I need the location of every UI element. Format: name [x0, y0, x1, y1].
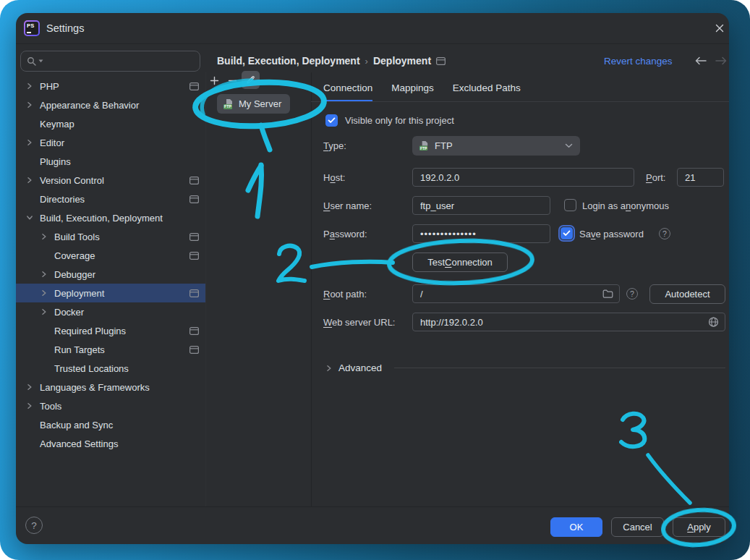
save-password-checkbox[interactable] [561, 227, 573, 239]
chevron-right-icon[interactable] [41, 271, 54, 278]
test-connection-button[interactable]: Test Connection [412, 253, 508, 272]
autodetect-button[interactable]: Autodetect [649, 284, 725, 304]
chevron-right-icon[interactable] [26, 101, 40, 109]
chevron-right-icon[interactable] [26, 383, 40, 391]
root-path-help-icon[interactable]: ? [626, 288, 638, 300]
web-server-url-label: Web server URL: [323, 317, 395, 328]
advanced-chevron-right-icon[interactable] [325, 365, 333, 372]
root-path-field-wrap [412, 284, 620, 303]
root-path-label: Root path: [323, 289, 367, 300]
sidebar-item-php[interactable]: PHP [16, 77, 205, 96]
sidebar-item-label: Backup and Sync [40, 420, 199, 430]
sidebar-item-label: Appearance & Behavior [40, 100, 199, 111]
sidebar-item-languages-frameworks[interactable]: Languages & Frameworks [16, 378, 205, 396]
sidebar-item-build-tools[interactable]: Build Tools [16, 227, 205, 246]
sidebar-item-docker[interactable]: Docker [16, 302, 205, 321]
sidebar-item-debugger[interactable]: Debugger [16, 265, 205, 284]
revert-changes-link[interactable]: Revert changes [604, 56, 673, 67]
sidebar-item-required-plugins[interactable]: Required Plugins [16, 321, 205, 340]
sidebar-item-label: Version Control [40, 175, 189, 186]
dialog-help-icon[interactable]: ? [25, 517, 43, 534]
sidebar-item-label: Deployment [54, 288, 189, 299]
advanced-section-toggle[interactable]: Advanced [338, 362, 382, 373]
sidebar-item-advanced-settings[interactable]: Advanced Settings [16, 434, 205, 453]
chevron-down-icon[interactable] [26, 214, 40, 221]
chevron-right-icon[interactable] [26, 139, 40, 146]
sidebar-item-label: Plugins [40, 156, 199, 167]
chevron-right-icon[interactable] [41, 233, 54, 240]
close-icon[interactable] [715, 23, 725, 35]
chevron-right-icon[interactable] [26, 402, 40, 410]
port-input[interactable] [677, 168, 724, 187]
sidebar-item-directories[interactable]: Directories [16, 190, 205, 208]
tab-bar: Connection Mappings Excluded Paths [323, 82, 521, 102]
login-anonymous-checkbox[interactable] [564, 199, 576, 211]
save-password-help-icon[interactable]: ? [659, 228, 670, 239]
chevron-right-icon[interactable] [26, 177, 40, 184]
apply-button[interactable]: Apply [673, 517, 725, 537]
sidebar-item-label: Run Targets [54, 344, 189, 355]
folder-icon[interactable] [602, 289, 613, 299]
tab-mappings[interactable]: Mappings [391, 82, 434, 102]
sidebar-item-backup-and-sync[interactable]: Backup and Sync [16, 415, 205, 434]
sidebar-item-label: Keymap [40, 119, 199, 130]
back-arrow-icon[interactable] [694, 56, 707, 67]
remove-server-button[interactable] [224, 72, 240, 88]
forward-arrow-icon[interactable] [715, 56, 728, 67]
password-input[interactable] [412, 224, 550, 243]
chevron-right-icon[interactable] [26, 82, 40, 90]
sidebar-item-coverage[interactable]: Coverage [16, 246, 205, 265]
sidebar-item-label: Debugger [54, 269, 199, 280]
tree-panel-divider [205, 72, 206, 506]
password-label: Password: [323, 229, 367, 240]
sidebar-item-label: Tools [40, 401, 199, 412]
phpstorm-logo-icon: PS [24, 20, 40, 36]
edit-server-button[interactable] [242, 71, 260, 89]
host-input[interactable] [412, 168, 634, 187]
sidebar-item-tools[interactable]: Tools [16, 396, 205, 415]
project-settings-icon [189, 252, 199, 260]
sidebar-item-editor[interactable]: Editor [16, 133, 205, 152]
project-settings-icon [189, 177, 199, 184]
tab-connection[interactable]: Connection [323, 82, 372, 102]
advanced-divider [394, 368, 725, 368]
search-input[interactable] [45, 55, 194, 67]
sidebar-item-label: Editor [40, 137, 199, 148]
settings-tree: PHPAppearance & BehaviorKeymapEditorPlug… [16, 77, 205, 453]
sidebar-item-label: Advanced Settings [40, 438, 199, 449]
visible-only-checkbox[interactable] [325, 114, 338, 127]
sidebar-item-version-control[interactable]: Version Control [16, 171, 205, 190]
add-server-button[interactable] [206, 72, 222, 88]
port-label: Port: [646, 172, 665, 184]
globe-icon[interactable] [708, 317, 719, 328]
sidebar-item-run-targets[interactable]: Run Targets [16, 340, 205, 359]
breadcrumb-item[interactable]: Deployment [373, 55, 431, 67]
login-anonymous-label: Login as anonymous [582, 200, 669, 212]
breadcrumb-item[interactable]: Build, Execution, Deployment [217, 55, 360, 67]
chevron-right-icon[interactable] [41, 308, 54, 315]
root-path-input[interactable] [412, 284, 620, 303]
cancel-button[interactable]: Cancel [611, 517, 664, 537]
sidebar-item-appearance-behavior[interactable]: Appearance & Behavior [16, 96, 205, 114]
type-dropdown[interactable]: FTP FTP [412, 136, 580, 156]
web-server-url-input[interactable] [412, 313, 725, 331]
sidebar-item-keymap[interactable]: Keymap [16, 114, 205, 133]
dialog-title: Settings [46, 22, 84, 34]
footer-divider [16, 506, 729, 507]
ok-button[interactable]: OK [550, 517, 602, 537]
chevron-right-icon[interactable] [41, 289, 54, 297]
ftp-server-icon: FTP [223, 98, 234, 110]
sidebar-item-trusted-locations[interactable]: Trusted Locations [16, 359, 205, 378]
settings-search[interactable] [20, 51, 200, 72]
server-list-item-my-server[interactable]: FTP My Server [217, 94, 290, 114]
desktop-background: PS Settings Build, Execution, Deployment… [0, 0, 750, 560]
tab-excluded-paths[interactable]: Excluded Paths [453, 82, 521, 102]
sidebar-item-label: Build Tools [54, 232, 189, 242]
username-input[interactable] [412, 196, 550, 215]
sidebar-item-deployment[interactable]: Deployment [16, 284, 205, 302]
project-settings-icon [189, 195, 199, 203]
sidebar-item-plugins[interactable]: Plugins [16, 152, 205, 171]
search-filter-arrow-icon [38, 59, 43, 63]
sidebar-item-label: Coverage [54, 250, 189, 261]
sidebar-item-build-execution-deployment[interactable]: Build, Execution, Deployment [16, 208, 205, 227]
